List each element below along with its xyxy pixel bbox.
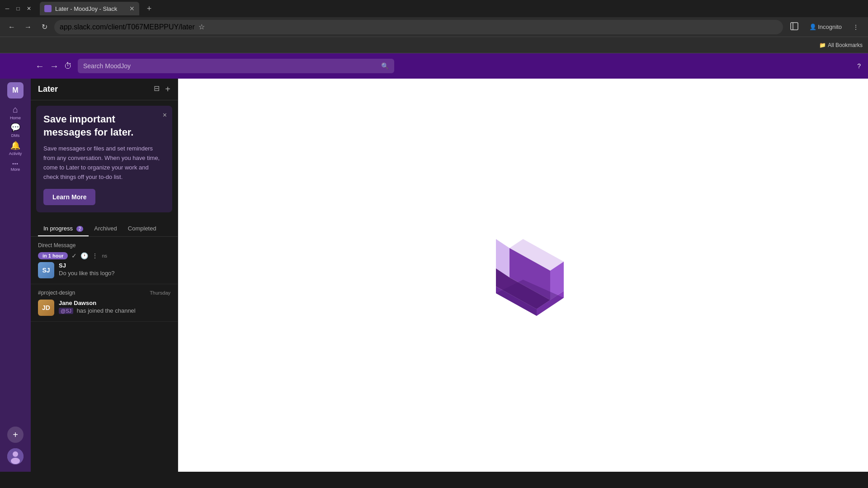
message-body-1: SJ SJ Do you like this logo? bbox=[38, 262, 170, 278]
folder-icon: 📁 bbox=[819, 42, 826, 48]
main-content bbox=[178, 79, 868, 472]
address-bar[interactable]: app.slack.com/client/T067MEBPPUY/later ☆ bbox=[54, 20, 783, 34]
profile-icon: 👤 bbox=[809, 23, 816, 30]
extensions-button[interactable]: ⋮ bbox=[849, 22, 863, 33]
svg-point-4 bbox=[13, 451, 18, 457]
workspace-avatar[interactable]: M bbox=[7, 82, 24, 99]
address-text: app.slack.com/client/T067MEBPPUY/later bbox=[60, 23, 195, 31]
sidebar-item-more[interactable]: ••• More bbox=[7, 158, 24, 174]
sender-name-2: Jane Dawson bbox=[59, 300, 170, 306]
history-button[interactable]: ⏱ bbox=[64, 61, 72, 71]
user-avatar[interactable] bbox=[7, 448, 24, 465]
home-icon: ⌂ bbox=[13, 104, 18, 115]
nav-forward-button[interactable]: → bbox=[50, 61, 59, 71]
browser-tab-slack[interactable]: Later - MoodJoy - Slack ✕ bbox=[40, 2, 139, 15]
source-label-2: #project-design bbox=[38, 290, 75, 296]
sidebar-toggle-button[interactable] bbox=[787, 20, 802, 33]
dm-icon: 💬 bbox=[10, 122, 20, 132]
later-title: Later bbox=[38, 84, 154, 94]
sidebar-item-dms[interactable]: 💬 DMs bbox=[7, 122, 24, 138]
later-tabs: In progress 2 Archived Completed bbox=[31, 218, 178, 237]
incognito-label: 👤 Incognito bbox=[806, 22, 845, 32]
minimize-button[interactable]: ─ bbox=[4, 5, 11, 12]
intro-card: × Save important messages for later. Sav… bbox=[36, 106, 172, 212]
sender-avatar-2: JD bbox=[38, 300, 54, 316]
more-icon: ••• bbox=[12, 161, 19, 166]
nav-back-button[interactable]: ← bbox=[35, 61, 44, 71]
check-icon[interactable]: ✓ bbox=[71, 252, 77, 259]
message-text-2: @SJ has joined the channel bbox=[59, 307, 170, 314]
later-panel: Later ⊟ + × Save important messages for … bbox=[31, 79, 178, 472]
more-actions-icon[interactable]: ⋮ bbox=[92, 252, 98, 259]
search-bar[interactable]: Search MoodJoy 🔍 bbox=[78, 59, 394, 73]
svg-rect-0 bbox=[46, 6, 50, 11]
message-text-1: Do you like this logo? bbox=[59, 270, 170, 277]
message-source-2: #project-design Thursday bbox=[38, 290, 170, 296]
new-tab-button[interactable]: + bbox=[143, 2, 156, 15]
tab-completed[interactable]: Completed bbox=[123, 221, 162, 236]
svg-rect-1 bbox=[791, 23, 798, 30]
message-source-1: Direct Message bbox=[38, 242, 170, 249]
search-placeholder: Search MoodJoy bbox=[83, 62, 377, 70]
app-sidebar: M ⌂ Home 💬 DMs 🔔 Activity ••• More + bbox=[0, 79, 31, 472]
later-message-1[interactable]: Direct Message in 1 hour ✓ 🕐 ⋮ ns SJ SJ … bbox=[31, 237, 178, 284]
tab-title: Later - MoodJoy - Slack bbox=[55, 5, 126, 12]
tab-in-progress[interactable]: In progress 2 bbox=[38, 221, 89, 236]
intro-title: Save important messages for later. bbox=[43, 113, 165, 139]
bookmarks-folder[interactable]: 📁 All Bookmarks bbox=[819, 42, 863, 48]
sender-name-1: SJ bbox=[59, 262, 170, 269]
forward-button[interactable]: → bbox=[22, 21, 34, 33]
filter-icon[interactable]: ⊟ bbox=[154, 84, 160, 94]
sender-avatar-1: SJ bbox=[38, 262, 54, 278]
refresh-button[interactable]: ↻ bbox=[38, 21, 51, 33]
clock-icon[interactable]: 🕐 bbox=[80, 252, 88, 259]
intro-description: Save messages or files and set reminders… bbox=[43, 144, 165, 182]
message-ns-label: ns bbox=[102, 253, 107, 258]
sidebar-item-home[interactable]: ⌂ Home bbox=[7, 104, 24, 120]
help-button[interactable]: ? bbox=[857, 62, 861, 70]
source-label-1: Direct Message bbox=[38, 242, 75, 249]
maximize-button[interactable]: □ bbox=[14, 5, 22, 12]
add-icon: + bbox=[13, 430, 18, 440]
reminder-actions: in 1 hour ✓ 🕐 ⋮ ns bbox=[38, 252, 170, 259]
add-later-icon[interactable]: + bbox=[165, 84, 170, 94]
message-date-2: Thursday bbox=[150, 290, 170, 296]
tab-favicon bbox=[44, 5, 52, 12]
sidebar-item-activity[interactable]: 🔔 Activity bbox=[7, 140, 24, 156]
add-workspace-button[interactable]: + bbox=[7, 427, 24, 443]
later-message-2[interactable]: #project-design Thursday JD Jane Dawson … bbox=[31, 284, 178, 322]
back-button[interactable]: ← bbox=[5, 21, 18, 33]
bookmark-star-icon[interactable]: ☆ bbox=[198, 23, 205, 31]
intro-close-button[interactable]: × bbox=[163, 111, 167, 119]
close-button[interactable]: ✕ bbox=[25, 5, 33, 12]
later-header: Later ⊟ + bbox=[31, 79, 178, 100]
slack-logo-3d bbox=[460, 212, 586, 338]
mention-badge: @SJ bbox=[59, 308, 73, 314]
activity-icon: 🔔 bbox=[10, 141, 20, 150]
in-progress-badge: 2 bbox=[76, 226, 84, 232]
reminder-badge[interactable]: in 1 hour bbox=[38, 252, 68, 259]
svg-point-5 bbox=[11, 458, 20, 464]
learn-more-button[interactable]: Learn More bbox=[43, 189, 95, 205]
tab-close-icon[interactable]: ✕ bbox=[129, 5, 135, 12]
message-body-2: JD Jane Dawson @SJ has joined the channe… bbox=[38, 300, 170, 316]
tab-archived[interactable]: Archived bbox=[89, 221, 123, 236]
search-icon: 🔍 bbox=[381, 62, 389, 70]
